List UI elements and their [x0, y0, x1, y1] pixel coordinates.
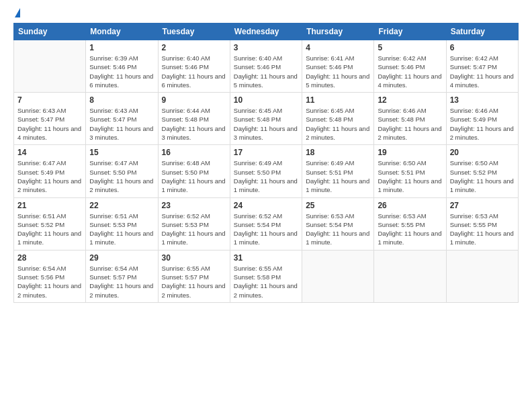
day-info: Sunrise: 6:42 AMSunset: 5:47 PMDaylight:…	[450, 54, 515, 89]
day-number: 1	[89, 43, 154, 52]
day-number: 22	[89, 201, 154, 210]
calendar-cell: 19Sunrise: 6:50 AMSunset: 5:51 PMDayligh…	[374, 145, 446, 197]
calendar-week-row: 28Sunrise: 6:54 AMSunset: 5:56 PMDayligh…	[14, 250, 519, 302]
day-number: 10	[234, 95, 298, 105]
calendar-cell	[446, 250, 518, 302]
calendar-header-monday: Monday	[86, 24, 158, 40]
calendar-cell: 11Sunrise: 6:45 AMSunset: 5:48 PMDayligh…	[302, 93, 374, 145]
calendar-week-row: 21Sunrise: 6:51 AMSunset: 5:52 PMDayligh…	[14, 197, 519, 250]
calendar-cell: 18Sunrise: 6:49 AMSunset: 5:51 PMDayligh…	[302, 145, 374, 197]
page-header	[13, 11, 519, 17]
day-number: 8	[89, 95, 154, 105]
calendar-cell: 30Sunrise: 6:55 AMSunset: 5:57 PMDayligh…	[158, 250, 230, 302]
day-info: Sunrise: 6:44 AMSunset: 5:48 PMDaylight:…	[162, 106, 226, 142]
calendar-cell: 26Sunrise: 6:53 AMSunset: 5:55 PMDayligh…	[374, 197, 446, 250]
calendar-week-row: 1Sunrise: 6:39 AMSunset: 5:46 PMDaylight…	[14, 40, 519, 93]
calendar-cell: 1Sunrise: 6:39 AMSunset: 5:46 PMDaylight…	[86, 40, 158, 93]
calendar-week-row: 7Sunrise: 6:43 AMSunset: 5:47 PMDaylight…	[14, 93, 519, 145]
day-number: 18	[306, 148, 370, 157]
calendar-cell: 14Sunrise: 6:47 AMSunset: 5:49 PMDayligh…	[14, 145, 86, 197]
calendar-week-row: 14Sunrise: 6:47 AMSunset: 5:49 PMDayligh…	[14, 145, 519, 197]
page-container: SundayMondayTuesdayWednesdayThursdayFrid…	[0, 0, 532, 310]
calendar-cell: 2Sunrise: 6:40 AMSunset: 5:46 PMDaylight…	[158, 40, 230, 93]
day-info: Sunrise: 6:40 AMSunset: 5:46 PMDaylight:…	[162, 54, 226, 89]
day-number: 5	[378, 43, 442, 52]
calendar-header-row: SundayMondayTuesdayWednesdayThursdayFrid…	[14, 24, 519, 40]
calendar-cell: 5Sunrise: 6:42 AMSunset: 5:46 PMDaylight…	[374, 40, 446, 93]
day-number: 28	[17, 253, 82, 263]
day-info: Sunrise: 6:55 AMSunset: 5:57 PMDaylight:…	[162, 264, 226, 300]
calendar-cell: 6Sunrise: 6:42 AMSunset: 5:47 PMDaylight…	[446, 40, 518, 93]
day-number: 25	[306, 201, 370, 210]
day-number: 26	[378, 201, 442, 210]
calendar-header-tuesday: Tuesday	[158, 24, 230, 40]
day-info: Sunrise: 6:39 AMSunset: 5:46 PMDaylight:…	[89, 54, 154, 89]
day-info: Sunrise: 6:42 AMSunset: 5:46 PMDaylight:…	[378, 54, 442, 89]
day-number: 19	[378, 148, 442, 157]
day-number: 14	[17, 148, 82, 157]
calendar-header-wednesday: Wednesday	[230, 24, 302, 40]
logo	[13, 11, 20, 17]
calendar-cell: 22Sunrise: 6:51 AMSunset: 5:53 PMDayligh…	[86, 197, 158, 250]
day-info: Sunrise: 6:45 AMSunset: 5:48 PMDaylight:…	[234, 106, 298, 142]
day-info: Sunrise: 6:47 AMSunset: 5:49 PMDaylight:…	[17, 158, 82, 194]
day-number: 21	[17, 201, 82, 210]
day-info: Sunrise: 6:49 AMSunset: 5:50 PMDaylight:…	[234, 158, 298, 194]
day-info: Sunrise: 6:53 AMSunset: 5:55 PMDaylight:…	[378, 212, 442, 247]
day-info: Sunrise: 6:43 AMSunset: 5:47 PMDaylight:…	[89, 106, 154, 142]
day-info: Sunrise: 6:50 AMSunset: 5:52 PMDaylight:…	[450, 158, 515, 194]
calendar-cell: 16Sunrise: 6:48 AMSunset: 5:50 PMDayligh…	[158, 145, 230, 197]
day-number: 15	[89, 148, 154, 157]
calendar-header-saturday: Saturday	[446, 24, 518, 40]
calendar-cell: 4Sunrise: 6:41 AMSunset: 5:46 PMDaylight…	[302, 40, 374, 93]
day-number: 13	[450, 95, 515, 105]
day-number: 24	[234, 201, 298, 210]
calendar-cell: 17Sunrise: 6:49 AMSunset: 5:50 PMDayligh…	[230, 145, 302, 197]
day-info: Sunrise: 6:52 AMSunset: 5:53 PMDaylight:…	[162, 212, 226, 247]
calendar-cell	[14, 40, 86, 93]
day-info: Sunrise: 6:50 AMSunset: 5:51 PMDaylight:…	[378, 158, 442, 194]
day-number: 17	[234, 148, 298, 157]
calendar-cell: 10Sunrise: 6:45 AMSunset: 5:48 PMDayligh…	[230, 93, 302, 145]
calendar-cell: 25Sunrise: 6:53 AMSunset: 5:54 PMDayligh…	[302, 197, 374, 250]
calendar-cell: 23Sunrise: 6:52 AMSunset: 5:53 PMDayligh…	[158, 197, 230, 250]
calendar-cell: 31Sunrise: 6:55 AMSunset: 5:58 PMDayligh…	[230, 250, 302, 302]
calendar-cell: 3Sunrise: 6:40 AMSunset: 5:46 PMDaylight…	[230, 40, 302, 93]
day-info: Sunrise: 6:45 AMSunset: 5:48 PMDaylight:…	[306, 106, 370, 142]
day-number: 9	[162, 95, 226, 105]
logo-icon	[15, 8, 20, 17]
day-info: Sunrise: 6:55 AMSunset: 5:58 PMDaylight:…	[234, 264, 298, 300]
day-number: 16	[162, 148, 226, 157]
day-info: Sunrise: 6:54 AMSunset: 5:56 PMDaylight:…	[17, 264, 82, 300]
calendar-table: SundayMondayTuesdayWednesdayThursdayFrid…	[13, 23, 519, 303]
calendar-cell: 9Sunrise: 6:44 AMSunset: 5:48 PMDaylight…	[158, 93, 230, 145]
day-number: 4	[306, 43, 370, 52]
day-info: Sunrise: 6:53 AMSunset: 5:54 PMDaylight:…	[306, 212, 370, 247]
day-number: 23	[162, 201, 226, 210]
calendar-cell: 21Sunrise: 6:51 AMSunset: 5:52 PMDayligh…	[14, 197, 86, 250]
day-number: 12	[378, 95, 442, 105]
calendar-cell	[302, 250, 374, 302]
calendar-cell: 13Sunrise: 6:46 AMSunset: 5:49 PMDayligh…	[446, 93, 518, 145]
day-info: Sunrise: 6:53 AMSunset: 5:55 PMDaylight:…	[450, 212, 515, 247]
calendar-cell: 15Sunrise: 6:47 AMSunset: 5:50 PMDayligh…	[86, 145, 158, 197]
day-number: 11	[306, 95, 370, 105]
day-info: Sunrise: 6:46 AMSunset: 5:49 PMDaylight:…	[450, 106, 515, 142]
day-info: Sunrise: 6:47 AMSunset: 5:50 PMDaylight:…	[89, 158, 154, 194]
day-info: Sunrise: 6:46 AMSunset: 5:48 PMDaylight:…	[378, 106, 442, 142]
day-info: Sunrise: 6:43 AMSunset: 5:47 PMDaylight:…	[17, 106, 82, 142]
day-number: 20	[450, 148, 515, 157]
calendar-header-sunday: Sunday	[14, 24, 86, 40]
day-number: 29	[89, 253, 154, 263]
calendar-header-thursday: Thursday	[302, 24, 374, 40]
calendar-cell: 24Sunrise: 6:52 AMSunset: 5:54 PMDayligh…	[230, 197, 302, 250]
day-info: Sunrise: 6:51 AMSunset: 5:53 PMDaylight:…	[89, 212, 154, 247]
day-info: Sunrise: 6:48 AMSunset: 5:50 PMDaylight:…	[162, 158, 226, 194]
calendar-cell: 12Sunrise: 6:46 AMSunset: 5:48 PMDayligh…	[374, 93, 446, 145]
day-info: Sunrise: 6:52 AMSunset: 5:54 PMDaylight:…	[234, 212, 298, 247]
day-number: 2	[162, 43, 226, 52]
calendar-cell: 29Sunrise: 6:54 AMSunset: 5:57 PMDayligh…	[86, 250, 158, 302]
day-number: 3	[234, 43, 298, 52]
calendar-cell: 28Sunrise: 6:54 AMSunset: 5:56 PMDayligh…	[14, 250, 86, 302]
calendar-cell: 20Sunrise: 6:50 AMSunset: 5:52 PMDayligh…	[446, 145, 518, 197]
